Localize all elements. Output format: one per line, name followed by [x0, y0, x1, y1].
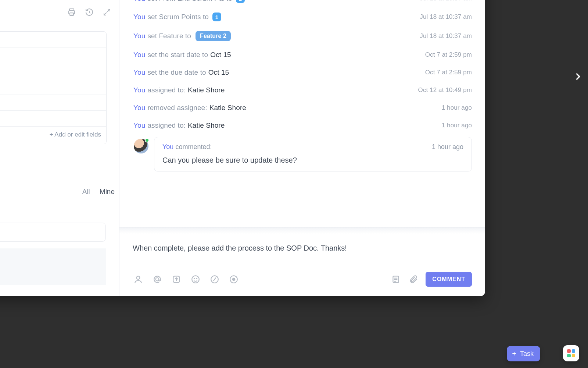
activity-actor: You: [133, 32, 145, 40]
comment-timestamp: 1 hour ago: [432, 143, 463, 151]
activity-item: You assigned to: Katie Shore Oct 12 at 1…: [133, 81, 472, 99]
badge-number: 2: [236, 0, 245, 3]
attachment-icon[interactable]: [408, 274, 419, 285]
comment-input[interactable]: When complete, please add the process to…: [133, 244, 472, 270]
left-column: + Add or edit fields All Mine: [0, 0, 119, 296]
add-edit-fields-link[interactable]: + Add or edit fields: [0, 127, 106, 144]
activity-item: You assigned to: Katie Shore 1 hour ago: [133, 116, 472, 134]
activity-item: You set the due date to Oct 15 Oct 7 at …: [133, 63, 472, 81]
add-edit-fields-label: + Add or edit fields: [50, 131, 101, 139]
note-icon[interactable]: [390, 274, 401, 285]
field-row[interactable]: [0, 32, 106, 47]
apps-icon: [567, 349, 575, 357]
activity-text: set the start date to: [147, 51, 208, 59]
next-task-arrow[interactable]: [571, 70, 584, 83]
custom-fields-box: + Add or edit fields: [0, 31, 107, 144]
svg-point-4: [156, 278, 159, 281]
activity-item: You set the start date to Oct 15 Oct 7 a…: [133, 46, 472, 63]
new-task-button[interactable]: Task: [507, 346, 540, 361]
field-row[interactable]: [0, 63, 106, 79]
slash-command-icon[interactable]: [209, 274, 220, 285]
subtask-tabs: All Mine: [82, 188, 115, 196]
comment-verb: commented:: [175, 143, 212, 151]
task-panel: + Add or edit fields All Mine You set Ba…: [0, 0, 485, 296]
tab-all[interactable]: All: [82, 188, 90, 196]
svg-point-11: [233, 278, 235, 281]
activity-actor: You: [133, 51, 145, 59]
compose-area: When complete, please add the process to…: [119, 234, 485, 296]
emoji-icon[interactable]: [190, 274, 201, 285]
svg-point-8: [196, 278, 197, 279]
subtask-empty-area: [0, 248, 106, 285]
comment-button[interactable]: COMMENT: [426, 272, 472, 287]
field-row[interactable]: [0, 47, 106, 63]
activity-timestamp: Oct 12 at 10:49 pm: [418, 86, 472, 94]
assign-person-icon[interactable]: [133, 274, 144, 285]
activity-text: set Feature to: [147, 32, 191, 40]
activity-timestamp: 1 hour ago: [442, 122, 472, 129]
activity-timestamp: Oct 7 at 2:59 pm: [425, 69, 472, 76]
plus-icon: [511, 351, 517, 357]
svg-point-7: [194, 278, 195, 279]
activity-timestamp: Jul 18 at 10:37 am: [420, 32, 472, 40]
comment-card[interactable]: You commented: 1 hour ago Can you please…: [154, 137, 472, 171]
activity-actor: You: [133, 68, 145, 77]
activity-text: set the due date to: [147, 68, 206, 77]
activity-item: You set Feature to Feature 2 Jul 18 at 1…: [133, 26, 472, 46]
activity-pane: You set Back End Scrum Pts to 2 Jul 18 a…: [119, 0, 485, 296]
print-icon[interactable]: [67, 7, 76, 17]
activity-timestamp: Oct 7 at 2:59 pm: [425, 51, 472, 59]
comment-actor: You: [162, 143, 173, 151]
activity-text: set Front End Scrum Pts to: [147, 0, 232, 3]
activity-value: Katie Shore: [188, 121, 225, 130]
compose-toolbar: COMMENT: [133, 270, 472, 290]
subtask-input[interactable]: [0, 223, 106, 242]
activity-text: set Scrum Points to: [147, 13, 209, 21]
tab-mine[interactable]: Mine: [100, 188, 115, 196]
activity-value: Katie Shore: [188, 86, 225, 94]
badge-number: 1: [212, 13, 221, 21]
activity-value: Oct 15: [208, 68, 229, 77]
activity-actor: You: [133, 121, 145, 130]
comment-body: Can you please be sure to update these?: [162, 156, 463, 164]
field-row[interactable]: [0, 111, 106, 127]
badge-feature: Feature 2: [196, 31, 231, 41]
left-toolbar: [67, 7, 112, 17]
apps-button[interactable]: [563, 345, 579, 361]
field-row[interactable]: [0, 95, 106, 111]
activity-item: You set Front End Scrum Pts to 2 Jul 18 …: [133, 0, 472, 7]
svg-point-6: [192, 276, 199, 283]
new-task-label: Task: [520, 350, 534, 358]
activity-timestamp: Jul 18 at 10:37 am: [420, 0, 472, 2]
presence-indicator: [145, 138, 149, 142]
activity-actor: You: [133, 0, 145, 3]
activity-timestamp: Jul 18 at 10:37 am: [420, 13, 472, 21]
compose-separator: [119, 227, 485, 234]
reaction-icon[interactable]: [171, 274, 182, 285]
activity-actor: You: [133, 104, 145, 112]
activity-actor: You: [133, 86, 145, 94]
svg-point-3: [137, 276, 140, 279]
activity-text: removed assignee:: [147, 104, 207, 112]
record-icon[interactable]: [228, 274, 239, 285]
history-icon[interactable]: [85, 7, 94, 17]
activity-value: Katie Shore: [209, 104, 246, 112]
activity-actor: You: [133, 13, 145, 21]
activity-item: You removed assignee: Katie Shore 1 hour…: [133, 99, 472, 116]
activity-scroll[interactable]: You set Back End Scrum Pts to 2 Jul 18 a…: [119, 0, 485, 227]
mention-icon[interactable]: [152, 274, 163, 285]
activity-value: Oct 15: [210, 51, 231, 59]
activity-item: You set Scrum Points to 1 Jul 18 at 10:3…: [133, 7, 472, 26]
expand-icon[interactable]: [102, 7, 112, 17]
activity-text: assigned to:: [147, 86, 186, 94]
activity-text: assigned to:: [147, 121, 186, 130]
activity-timestamp: 1 hour ago: [442, 104, 472, 112]
field-row[interactable]: [0, 79, 106, 95]
